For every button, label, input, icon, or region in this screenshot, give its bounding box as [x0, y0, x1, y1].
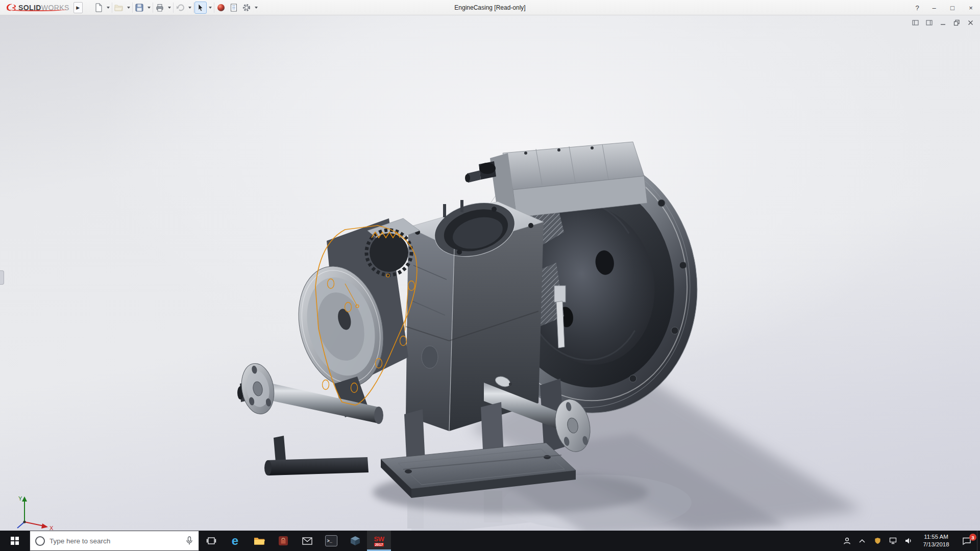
toolbar-separator	[214, 3, 214, 13]
new-document-button[interactable]	[92, 2, 105, 14]
command-prompt-button[interactable]: >_	[319, 531, 343, 551]
quick-access-toolbar	[90, 0, 262, 15]
store-app-button[interactable]	[271, 531, 295, 551]
toolbar-flyout-button[interactable]: ▶	[74, 2, 83, 13]
solidworks-app-button[interactable]: SW 2017	[367, 531, 391, 551]
open-folder-icon	[114, 3, 124, 12]
clock-time: 11:55 AM	[916, 533, 957, 541]
start-button[interactable]	[0, 531, 30, 551]
toolbar-separator	[173, 3, 174, 13]
chevron-up-icon	[859, 538, 866, 543]
store-icon	[278, 536, 288, 546]
lower-left-bar	[264, 436, 369, 475]
search-input[interactable]	[50, 537, 181, 545]
file-explorer-button[interactable]	[247, 531, 271, 551]
document-window-controls	[910, 18, 976, 27]
people-icon	[843, 537, 851, 545]
network-tray-button[interactable]	[885, 531, 900, 551]
ds-logo-icon	[5, 3, 18, 13]
toolbar-separator	[112, 3, 112, 13]
document-restore-button[interactable]	[951, 18, 962, 27]
chevron-down-icon[interactable]	[209, 7, 212, 9]
task-view-button[interactable]	[199, 531, 223, 551]
toolbar-separator	[132, 3, 133, 13]
solidworks-logo: SOLIDWORKS	[0, 3, 74, 13]
cube-app-icon	[350, 536, 360, 546]
file-explorer-icon	[254, 536, 265, 545]
document-close-button[interactable]	[965, 18, 976, 27]
engine-casing-model	[0, 15, 980, 531]
edge-icon: e	[232, 535, 238, 547]
notification-badge: 3	[969, 534, 976, 541]
solidworks-icon-year: 2017	[374, 543, 384, 546]
solidworks-icon-label: SW	[374, 536, 384, 542]
save-floppy-icon	[135, 3, 144, 12]
tray-overflow-button[interactable]	[854, 531, 870, 551]
options-button[interactable]	[240, 2, 253, 14]
document-lines-icon	[229, 3, 238, 12]
speaker-icon	[904, 537, 913, 545]
orientation-triad: Y X	[7, 492, 58, 533]
network-icon	[889, 537, 897, 545]
chevron-down-icon[interactable]	[255, 7, 258, 9]
pane-right-icon[interactable]	[923, 18, 935, 27]
panel-expand-handle[interactable]	[0, 270, 4, 285]
security-tray-button[interactable]	[870, 531, 885, 551]
chevron-down-icon[interactable]	[107, 7, 110, 9]
clock-date: 7/13/2018	[916, 541, 957, 548]
open-button[interactable]	[113, 2, 125, 14]
print-icon	[155, 3, 164, 12]
chevron-down-icon[interactable]	[168, 7, 171, 9]
system-tray: 11:55 AM 7/13/2018 3	[839, 531, 980, 551]
task-view-icon	[206, 537, 216, 545]
save-button[interactable]	[133, 2, 145, 14]
minimize-button[interactable]: –	[925, 0, 943, 15]
crankcase-block	[406, 194, 544, 431]
microphone-icon[interactable]	[185, 536, 193, 545]
select-tool-button[interactable]	[194, 2, 207, 14]
shield-icon	[874, 537, 881, 545]
chevron-down-icon[interactable]	[148, 7, 151, 9]
document-title: EngineCasing [Read-only]	[454, 0, 525, 15]
chevron-down-icon[interactable]	[188, 7, 191, 9]
axis-y-label: Y	[18, 495, 22, 502]
mail-app-button[interactable]	[295, 531, 319, 551]
taskbar-clock[interactable]: 11:55 AM 7/13/2018	[916, 533, 957, 548]
appearance-sphere-icon	[216, 3, 226, 12]
design-binder-button[interactable]	[228, 2, 240, 14]
toolbar-separator	[153, 3, 153, 13]
brand-swoosh	[6, 8, 66, 11]
print-button[interactable]	[154, 2, 166, 14]
maximize-button[interactable]: □	[943, 0, 962, 15]
titlebar: SOLIDWORKS ▶	[0, 0, 980, 15]
help-button[interactable]: ?	[910, 0, 925, 15]
windows-logo-icon	[11, 537, 19, 545]
action-center-button[interactable]: 3	[957, 531, 977, 551]
undo-arrow-icon	[176, 3, 185, 12]
new-document-icon	[94, 3, 103, 12]
people-button[interactable]	[839, 531, 854, 551]
select-cursor-icon	[196, 3, 205, 12]
left-cover-assembly	[286, 218, 420, 417]
volume-tray-button[interactable]	[900, 531, 916, 551]
chevron-down-icon[interactable]	[127, 7, 130, 9]
toolbar-separator	[193, 3, 194, 13]
edge-browser-button[interactable]: e	[223, 531, 247, 551]
document-minimize-button[interactable]	[937, 18, 948, 27]
mail-envelope-icon	[302, 537, 312, 545]
cad-viewer-button[interactable]	[343, 531, 367, 551]
cortana-icon	[35, 536, 45, 546]
windows-taskbar: e >_ SW 2017	[0, 531, 980, 551]
titlebar-window-controls: ? – □ ×	[910, 0, 980, 15]
undo-button[interactable]	[174, 2, 186, 14]
command-prompt-icon: >_	[325, 535, 337, 546]
taskbar-search[interactable]	[30, 531, 199, 551]
close-button[interactable]: ×	[962, 0, 980, 15]
gear-icon	[242, 3, 251, 12]
appearances-button[interactable]	[215, 2, 227, 14]
graphics-viewport[interactable]: Y X *Dimetric	[0, 15, 980, 531]
solidworks-icon: SW 2017	[374, 536, 384, 546]
pane-left-icon[interactable]	[910, 18, 921, 27]
show-desktop-button[interactable]	[977, 531, 980, 551]
